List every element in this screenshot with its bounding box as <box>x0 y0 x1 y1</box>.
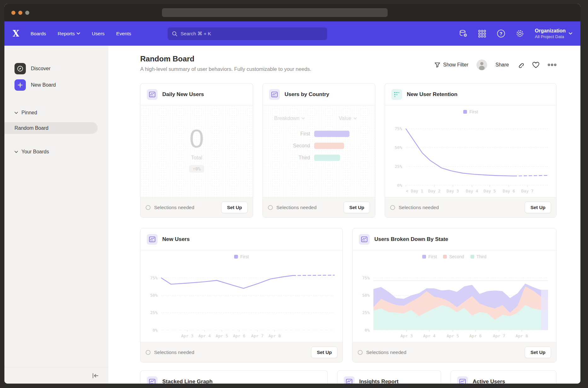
status-text: Selections needed <box>154 350 194 355</box>
svg-text:0%: 0% <box>397 183 402 188</box>
svg-text:Day 7: Day 7 <box>521 189 533 193</box>
svg-text:50%: 50% <box>395 145 402 150</box>
show-filter-button[interactable]: Show Filter <box>435 62 468 68</box>
url-bar[interactable] <box>162 8 388 17</box>
settings-gear-icon[interactable] <box>516 30 524 38</box>
card-daily-new-users: Daily New Users 0 Total ↑0% Selections n… <box>140 83 253 218</box>
search-icon <box>172 31 177 37</box>
stacked-area-chart: 75%50%25%0%Apr 3Apr 4Apr 5Apr 6Apr 7Apr … <box>356 264 552 340</box>
more-options-icon[interactable] <box>548 64 556 66</box>
legend-item: First <box>422 254 437 259</box>
mixpanel-logo-icon[interactable]: X <box>13 28 19 39</box>
org-subtitle: All Project Data <box>535 34 566 39</box>
svg-text:0%: 0% <box>365 328 370 333</box>
status-circle-icon <box>146 350 151 355</box>
svg-text:Day 3: Day 3 <box>447 189 459 193</box>
retention-dots-icon <box>391 89 402 100</box>
top-navbar: X Boards Reports Users Events Search ⌘ +… <box>4 21 580 46</box>
search-input[interactable]: Search ⌘ + K <box>168 27 327 40</box>
sidebar-item-random-board[interactable]: Random Board <box>4 122 98 134</box>
insights-chart-icon <box>147 234 158 245</box>
insights-chart-icon <box>359 234 370 245</box>
search-placeholder: Search ⌘ + K <box>181 31 211 37</box>
apps-grid-icon[interactable] <box>478 30 486 38</box>
org-switcher[interactable]: Organization All Project Data <box>535 28 572 39</box>
chevron-down-icon <box>14 151 18 153</box>
svg-text:0%: 0% <box>153 328 158 333</box>
card-insights-report: Insights Report <box>337 370 441 384</box>
help-icon[interactable]: ? <box>497 30 505 38</box>
setup-button[interactable]: Set Up <box>311 346 337 358</box>
copy-link-icon[interactable] <box>517 61 524 68</box>
insights-chart-icon <box>269 89 280 100</box>
svg-text:50%: 50% <box>362 293 370 298</box>
nav-item-boards[interactable]: Boards <box>31 31 46 37</box>
chart-legend: First <box>141 254 343 259</box>
sidebar-item-discover[interactable]: Discover <box>14 61 108 76</box>
svg-text:Day 6: Day 6 <box>503 189 515 193</box>
sidebar-section-pinned[interactable]: Pinned <box>14 108 108 117</box>
collapse-sidebar-icon[interactable] <box>92 373 99 379</box>
avatar[interactable] <box>476 60 487 70</box>
traffic-light-zoom[interactable] <box>25 11 29 15</box>
nav-item-events[interactable]: Events <box>116 31 131 37</box>
legend-item: First <box>463 109 478 114</box>
card-users-by-state: Users Broken Down By State FirstSecondTh… <box>352 228 556 362</box>
breakdown-dropdown[interactable]: Breakdown <box>274 116 305 121</box>
svg-text:Apr 7: Apr 7 <box>251 334 263 338</box>
setup-button[interactable]: Set Up <box>343 202 370 213</box>
setup-button[interactable]: Set Up <box>525 202 551 213</box>
sidebar: Discover New Board Pinned Random Board Y… <box>4 46 108 384</box>
status-text: Selections needed <box>276 205 317 210</box>
setup-button[interactable]: Set Up <box>525 346 551 358</box>
filter-funnel-icon <box>435 62 440 68</box>
svg-text:Apr 6: Apr 6 <box>233 334 245 338</box>
status-text: Selections needed <box>399 205 439 210</box>
card-active-users: Active Users <box>451 370 556 384</box>
traffic-light-minimize[interactable] <box>18 11 22 15</box>
svg-text:?: ? <box>500 31 503 36</box>
sidebar-item-new-board[interactable]: New Board <box>14 78 108 92</box>
insights-chart-icon <box>344 376 355 384</box>
svg-text:75%: 75% <box>150 276 158 280</box>
traffic-light-close[interactable] <box>11 11 15 15</box>
card-users-by-country: Users by Country Breakdown Value <box>262 83 375 218</box>
chart-legend: First <box>385 109 556 114</box>
chevron-down-icon <box>354 117 357 119</box>
compass-icon <box>14 63 26 74</box>
browser-window: X Boards Reports Users Events Search ⌘ +… <box>4 4 580 384</box>
nav-item-reports[interactable]: Reports <box>58 31 80 37</box>
window-titlebar <box>4 4 580 21</box>
favorite-heart-icon[interactable] <box>532 62 539 68</box>
page-subtitle: A high-level summary of user behaviors. … <box>140 66 311 72</box>
status-circle-icon <box>358 350 363 355</box>
share-button[interactable]: Share <box>495 62 509 68</box>
card-new-user-retention: New User Retention First 75%50%25%0%< Da… <box>385 83 556 218</box>
svg-text:Apr 7: Apr 7 <box>493 334 505 338</box>
svg-text:Apr 3: Apr 3 <box>181 334 193 338</box>
svg-text:Apr 5: Apr 5 <box>447 334 459 338</box>
legend-item: Third <box>470 254 487 259</box>
card-title: Active Users <box>473 379 505 384</box>
plus-icon <box>14 79 26 91</box>
page-title: Random Board <box>140 54 311 63</box>
svg-text:Apr 4: Apr 4 <box>199 334 211 338</box>
org-title: Organization <box>535 28 566 34</box>
svg-text:Day 5: Day 5 <box>484 189 496 193</box>
nav-item-users[interactable]: Users <box>92 31 104 37</box>
country-bar-row: Second <box>263 140 375 151</box>
kpi-delta-badge: ↑0% <box>189 165 204 173</box>
chart-legend: FirstSecondThird <box>353 254 556 259</box>
data-management-icon[interactable] <box>459 30 467 38</box>
value-dropdown[interactable]: Value <box>339 116 357 121</box>
svg-text:Day 4: Day 4 <box>466 189 478 193</box>
svg-text:75%: 75% <box>395 126 402 131</box>
sidebar-section-your-boards[interactable]: Your Boards <box>14 147 108 157</box>
chevron-down-icon <box>77 32 80 35</box>
svg-text:Apr 4: Apr 4 <box>423 334 435 338</box>
svg-text:50%: 50% <box>150 293 158 298</box>
setup-button[interactable]: Set Up <box>221 202 248 213</box>
country-bar-list: First Second Third <box>263 128 375 163</box>
card-title: Users by Country <box>285 91 329 98</box>
card-title: Users Broken Down By State <box>374 236 448 243</box>
